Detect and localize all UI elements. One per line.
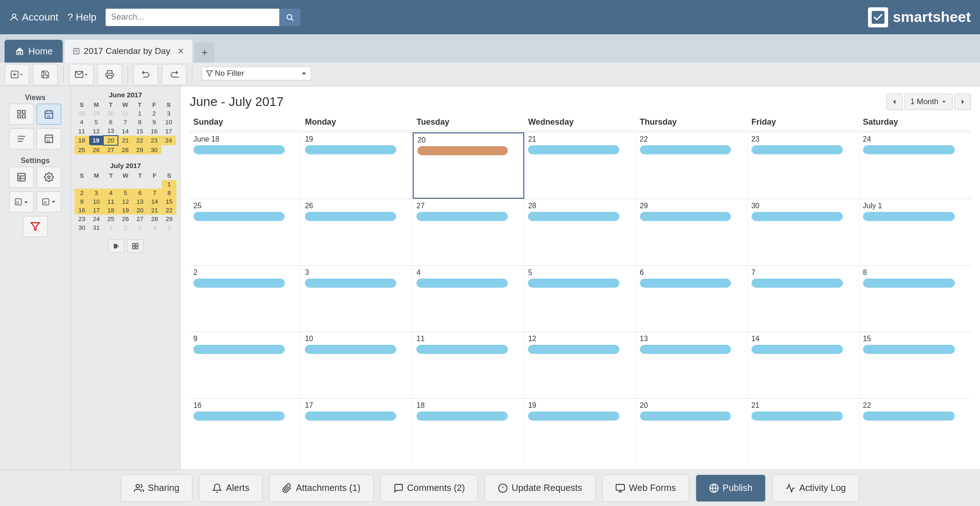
cal-event[interactable] (751, 279, 843, 288)
mini-cal-day[interactable]: 3 (161, 109, 176, 118)
mini-cal-day[interactable]: 2 (118, 223, 133, 232)
mini-cal-day[interactable]: 27 (133, 215, 147, 223)
mini-cal-day[interactable]: 25 (75, 145, 89, 154)
card-view-button[interactable]: 31 (37, 128, 61, 149)
cal-cell[interactable]: 24 (859, 132, 971, 199)
cal-event[interactable] (528, 411, 619, 421)
cal-cell[interactable]: 11 (413, 332, 524, 398)
mini-cal-day[interactable]: 28 (118, 145, 133, 154)
mini-cal-day-today[interactable]: 19 (89, 136, 104, 145)
cal-cell[interactable]: 19 (301, 132, 413, 199)
cal-cell[interactable]: 25 (190, 199, 301, 265)
mini-cal-day[interactable]: 6 (133, 189, 147, 197)
tab-home[interactable]: Home (5, 40, 63, 63)
cal-event[interactable] (305, 279, 396, 288)
mini-cal-day[interactable]: 24 (161, 136, 176, 145)
mini-cal-day[interactable] (133, 180, 147, 189)
mini-cal-day[interactable]: 29 (89, 109, 104, 118)
cal-cell[interactable]: 6 (636, 266, 748, 332)
update-requests-button[interactable]: Update Requests (485, 474, 596, 502)
cal-cell[interactable]: 15 (859, 332, 971, 398)
cal-cell[interactable]: 19 (524, 399, 636, 465)
mini-cal-day[interactable]: 13 (103, 126, 118, 136)
cal-event[interactable] (416, 212, 508, 221)
mini-cal-day[interactable]: 30 (75, 223, 89, 232)
cal-event[interactable] (528, 345, 619, 354)
row-height-down-button[interactable]: 31 (37, 191, 61, 212)
mini-cal-day[interactable] (104, 180, 118, 189)
cal-cell[interactable]: 17 (301, 399, 413, 465)
mini-cal-day[interactable]: 16 (75, 206, 89, 215)
mini-cal-day[interactable]: 15 (162, 197, 176, 206)
cal-cell[interactable]: 12 (524, 332, 636, 398)
cal-cell[interactable]: 21 (748, 399, 859, 465)
mini-cal-day[interactable] (75, 180, 89, 189)
mini-cal-day[interactable]: 22 (133, 136, 147, 145)
mini-cal-day[interactable]: 24 (89, 215, 104, 223)
mini-cal-day[interactable]: 20 (103, 136, 118, 145)
mini-cal-day[interactable]: 8 (133, 118, 147, 126)
mini-cal-day[interactable]: 4 (147, 223, 162, 232)
tab-sheet[interactable]: 2017 Calendar by Day ✕ (64, 40, 192, 63)
mini-cal-day[interactable] (89, 180, 104, 189)
cal-event[interactable] (863, 345, 955, 354)
mini-cal-day[interactable]: 3 (133, 223, 147, 232)
mini-cal-day[interactable]: 7 (118, 118, 133, 126)
mini-cal-day[interactable]: 1 (133, 109, 147, 118)
search-button[interactable] (279, 9, 300, 26)
cal-cell[interactable]: 22 (859, 399, 971, 465)
filter-dropdown-icon[interactable] (301, 70, 307, 77)
mini-cal-day[interactable]: 18 (75, 136, 89, 145)
cal-event[interactable] (416, 279, 508, 288)
cal-cell[interactable]: 18 (413, 399, 524, 465)
mini-cal-day[interactable]: 19 (118, 206, 133, 215)
cal-event[interactable] (751, 212, 843, 221)
cal-event[interactable] (640, 411, 731, 421)
mini-cal-day[interactable]: 23 (75, 215, 89, 223)
mini-cal-day[interactable]: 17 (89, 206, 104, 215)
mini-cal-day[interactable]: 28 (147, 215, 162, 223)
prev-period-button[interactable] (886, 94, 903, 110)
grid-view-button[interactable] (9, 104, 34, 125)
mini-cal-day[interactable]: 25 (104, 215, 118, 223)
cal-cell[interactable]: 4 (413, 266, 524, 332)
calendar-view-button[interactable]: 31 (37, 104, 61, 125)
activity-log-button[interactable]: Activity Log (772, 474, 859, 502)
mini-cal-day[interactable]: 30 (103, 109, 118, 118)
mini-cal-day[interactable]: 28 (75, 109, 89, 118)
cal-event[interactable] (193, 145, 285, 154)
period-selector[interactable]: 1 Month (905, 94, 953, 110)
comments-button[interactable]: Comments (2) (380, 474, 479, 502)
tab-close-icon[interactable]: ✕ (177, 46, 184, 56)
cal-event[interactable] (863, 212, 955, 221)
cal-cell[interactable]: July 1 (859, 199, 971, 265)
mini-cal-day[interactable] (161, 145, 176, 154)
table-settings-button[interactable] (9, 167, 34, 188)
mini-cal-day[interactable]: 29 (133, 145, 147, 154)
cal-cell[interactable]: 27 (413, 199, 524, 265)
cal-cell[interactable]: 14 (748, 332, 859, 398)
alerts-button[interactable]: Alerts (199, 474, 262, 502)
publish-button[interactable]: Publish (696, 474, 766, 502)
mini-cal-day[interactable]: 7 (147, 189, 162, 197)
cal-cell[interactable]: 22 (636, 132, 748, 199)
cal-cell[interactable]: 28 (524, 199, 636, 265)
mini-cal-day[interactable] (118, 180, 133, 189)
account-button[interactable]: Account (9, 11, 59, 23)
mini-cal-day[interactable]: 10 (89, 197, 104, 206)
mini-cal-day[interactable]: 27 (103, 145, 118, 154)
cal-event[interactable] (305, 145, 396, 154)
cal-cell[interactable]: June 18 (190, 132, 301, 199)
cal-event[interactable] (751, 345, 843, 354)
cal-cell[interactable]: 26 (301, 199, 413, 265)
mini-cal-day[interactable]: 21 (147, 206, 162, 215)
mini-cal-day[interactable]: 2 (75, 189, 89, 197)
cal-event[interactable] (863, 279, 955, 288)
attachments-button[interactable]: Attachments (1) (269, 474, 373, 502)
mini-cal-day[interactable]: 10 (161, 118, 176, 126)
mini-cal-day[interactable]: 11 (75, 126, 89, 136)
panel-collapse-button[interactable] (108, 239, 124, 253)
help-button[interactable]: ? Help (68, 11, 97, 23)
web-forms-button[interactable]: Web Forms (602, 474, 689, 502)
cal-event[interactable] (416, 345, 508, 354)
